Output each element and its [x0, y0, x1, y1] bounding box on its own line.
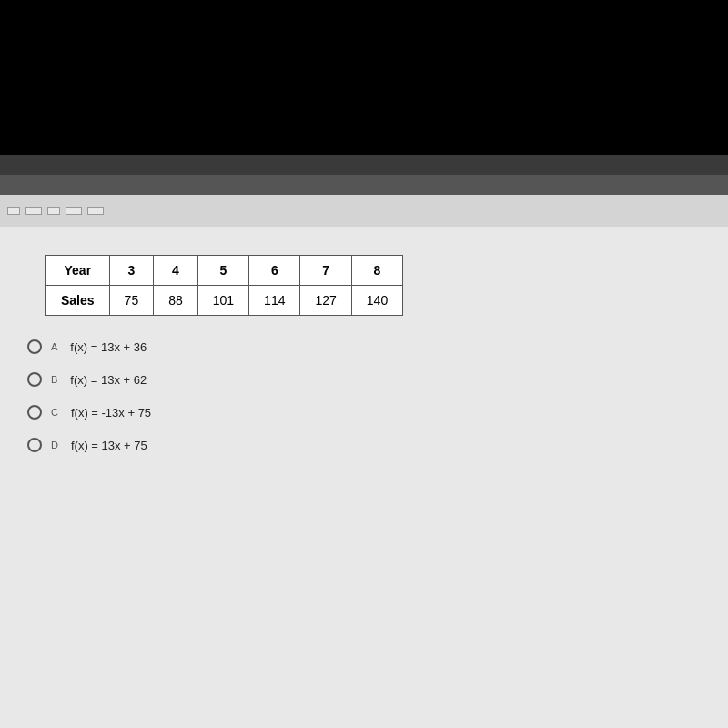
table-sales-cell: 75: [109, 286, 154, 316]
address-bar: [0, 175, 728, 195]
table-header-cell: 6: [249, 256, 300, 286]
table-header-cell: 7: [300, 256, 351, 286]
table-header-cell: 8: [351, 256, 402, 286]
toolbar: [0, 195, 728, 228]
option-label: D: [51, 440, 58, 450]
option-label: B: [51, 374, 57, 385]
table-sales-cell: 140: [351, 286, 402, 316]
answer-option[interactable]: Cf(x) = -13x + 75: [27, 405, 701, 420]
option-label: C: [51, 407, 58, 418]
option-formula: f(x) = 13x + 36: [70, 340, 147, 354]
pause-button[interactable]: [66, 207, 82, 215]
radio-button[interactable]: [27, 339, 42, 354]
main-content: Year345678 Sales7588101114127140 Af(x) =…: [0, 228, 728, 728]
table-sales-cell: 101: [197, 286, 248, 316]
table-sales-cell: 127: [300, 286, 351, 316]
table-header-cell: 5: [197, 256, 248, 286]
table-header-row: Year345678: [46, 256, 403, 286]
table-data-row: Sales7588101114127140: [46, 286, 403, 316]
question-area: Year345678 Sales7588101114127140: [27, 255, 701, 316]
answer-option[interactable]: Df(x) = 13x + 75: [27, 438, 701, 452]
question-selector[interactable]: [25, 207, 42, 215]
data-table: Year345678 Sales7588101114127140: [46, 255, 403, 316]
radio-button[interactable]: [27, 372, 42, 387]
option-label: A: [51, 341, 57, 352]
table-header-cell: 3: [109, 256, 154, 286]
back-button[interactable]: [7, 207, 20, 215]
bookmarks-bar: [0, 155, 728, 175]
zoom-button[interactable]: [87, 207, 104, 215]
radio-button[interactable]: [27, 438, 42, 452]
forward-button[interactable]: [47, 207, 60, 215]
radio-button[interactable]: [27, 405, 42, 420]
answers-section: Af(x) = 13x + 36Bf(x) = 13x + 62Cf(x) = …: [27, 339, 701, 452]
top-black-area: [0, 0, 728, 155]
option-formula: f(x) = 13x + 62: [70, 373, 147, 387]
answer-option[interactable]: Bf(x) = 13x + 62: [27, 372, 701, 387]
table-header-cell: 4: [154, 256, 198, 286]
table-sales-label: Sales: [46, 286, 110, 316]
table-sales-cell: 114: [249, 286, 300, 316]
option-formula: f(x) = 13x + 75: [71, 439, 147, 452]
answer-option[interactable]: Af(x) = 13x + 36: [27, 339, 701, 354]
table-sales-cell: 88: [154, 286, 198, 316]
option-formula: f(x) = -13x + 75: [71, 406, 151, 420]
table-year-header: Year: [46, 256, 110, 286]
